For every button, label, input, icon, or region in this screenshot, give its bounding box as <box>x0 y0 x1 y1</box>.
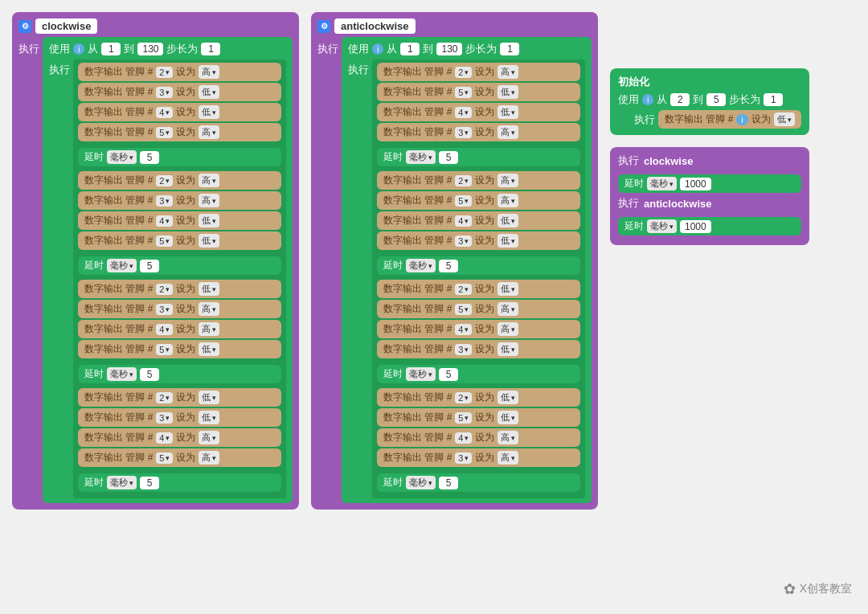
init-pin-label: 数字输出 管脚 # <box>665 113 733 126</box>
init-to-label: 到 <box>693 92 703 107</box>
cw-to-val[interactable]: 130 <box>137 43 163 55</box>
acw-group4: 数字输出 管脚 #2设为低 数字输出 管脚 #5设为低 数字输出 管脚 #4设为… <box>377 388 580 469</box>
acw-title: anticlockwise <box>334 18 416 34</box>
cw-to: 到 <box>124 42 134 56</box>
init-step-val[interactable]: 1 <box>764 93 783 106</box>
cw-use: 使用 <box>49 42 70 56</box>
init-block: 初始化 使用 i 从 2 到 5 步长为 1 执行 数字输出 管脚 # i 设为… <box>610 68 809 135</box>
main-cw-label: clockwise <box>644 155 693 167</box>
clockwise-title: clockwise <box>35 18 97 34</box>
acw-var: i <box>372 43 383 55</box>
acw-group3: 数字输出 管脚 #2设为低 数字输出 管脚 #5设为高 数字输出 管脚 #4设为… <box>377 280 580 360</box>
cw-group4: 数字输出 管脚 #2设为低 数字输出 管脚 #3设为低 数字输出 管脚 #4设为… <box>78 388 281 469</box>
init-set-val[interactable]: 低 <box>774 113 795 126</box>
acw-from-val[interactable]: 1 <box>400 43 420 55</box>
cw-exec-outer: 执行 <box>18 42 39 56</box>
main-exec-block: 执行 clockwise 延时 毫秒 1000 执行 anticlockwise… <box>610 147 809 245</box>
init-inner-exec: 执行 <box>634 113 655 127</box>
cw-from-val[interactable]: 1 <box>101 43 121 55</box>
cw-group3: 数字输出 管脚 #2设为低 数字输出 管脚 #3设为高 数字输出 管脚 #4设为… <box>78 280 281 360</box>
init-to-val[interactable]: 5 <box>706 93 726 106</box>
cw-step-val[interactable]: 1 <box>201 43 220 55</box>
acw-step-val[interactable]: 1 <box>500 43 519 55</box>
main-delay1-label: 延时 <box>624 177 644 190</box>
acw-group2: 数字输出 管脚 #2设为高 数字输出 管脚 #5设为高 数字输出 管脚 #4设为… <box>377 171 580 252</box>
acw-exec-outer: 执行 <box>317 42 338 56</box>
acw-to: 到 <box>423 42 433 56</box>
main-delay2-val[interactable]: 1000 <box>680 220 711 233</box>
init-use: 使用 <box>618 92 639 107</box>
acw-group1: 数字输出 管脚 #2设为高 数字输出 管脚 #5设为低 数字输出 管脚 #4设为… <box>377 63 580 143</box>
init-title: 初始化 <box>618 75 801 89</box>
acw-use: 使用 <box>348 42 369 56</box>
main-acw-exec: 执行 <box>618 196 639 211</box>
acw-from: 从 <box>387 42 397 56</box>
cw-var: i <box>73 43 84 55</box>
clockwise-block: ⚙ clockwise 执行 使用 i 从 1 到 130 步长为 1 执行 <box>12 12 299 510</box>
anticlockwise-block: ⚙ anticlockwise 执行 使用 i 从 1 到 130 步长为 1 … <box>311 12 598 510</box>
cw-group2: 数字输出 管脚 #2设为高 数字输出 管脚 #3设为高 数字输出 管脚 #4设为… <box>78 171 281 252</box>
watermark-icon: ✿ <box>784 580 796 598</box>
init-from-label: 从 <box>657 92 667 107</box>
init-set-label: 设为 <box>751 113 771 126</box>
acw-inner-exec: 执行 <box>348 63 369 77</box>
cw-from: 从 <box>88 42 98 56</box>
cw-step: 步长为 <box>166 42 198 56</box>
init-from-val[interactable]: 2 <box>670 93 690 106</box>
acw-to-val[interactable]: 130 <box>436 43 462 55</box>
watermark: ✿ X创客教室 <box>784 580 852 598</box>
init-step-label: 步长为 <box>729 92 760 107</box>
main-exec-label: 执行 <box>618 154 639 168</box>
main-acw-label: anticlockwise <box>644 198 712 210</box>
acw-icon: ⚙ <box>317 20 330 33</box>
clockwise-icon: ⚙ <box>18 20 31 33</box>
watermark-text: X创客教室 <box>800 582 852 596</box>
right-panel: 初始化 使用 i 从 2 到 5 步长为 1 执行 数字输出 管脚 # i 设为… <box>610 12 809 510</box>
acw-step: 步长为 <box>465 42 497 56</box>
cw-group1: 数字输出 管脚 #2设为高 数字输出 管脚 #3设为低 数字输出 管脚 #4设为… <box>78 63 281 143</box>
init-var: i <box>642 94 653 105</box>
cw-inner-exec: 执行 <box>49 63 70 77</box>
main-delay1-val[interactable]: 1000 <box>680 178 711 190</box>
main-delay2-label: 延时 <box>624 219 644 233</box>
init-pin-var: i <box>736 114 747 125</box>
